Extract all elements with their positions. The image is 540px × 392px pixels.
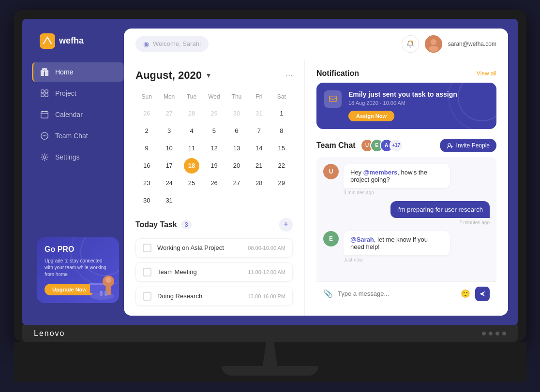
sidebar-item-team-chat[interactable]: Team Chat	[32, 126, 124, 145]
svg-rect-25	[100, 291, 103, 296]
cal-day[interactable]: 5	[206, 123, 222, 139]
task-checkbox-3[interactable]	[143, 292, 151, 301]
svg-point-15	[43, 135, 44, 136]
home-label: Home	[55, 68, 73, 76]
bell-button[interactable]	[402, 35, 419, 53]
sidebar-item-project[interactable]: Project	[32, 84, 124, 103]
sidebar-item-calendar[interactable]: Calendar	[32, 105, 124, 124]
task-checkbox-2[interactable]	[143, 268, 151, 276]
cal-day[interactable]: 21	[251, 158, 267, 174]
day-tue: Tue	[180, 91, 203, 102]
cal-day[interactable]: 11	[184, 141, 199, 156]
chat-bubble-2: I'm preparing for user research	[390, 201, 490, 218]
chat-bubble-1-wrap: Hey @members, how's the project going? 3…	[344, 164, 450, 195]
monitor-wrapper: wefha Home	[14, 10, 526, 382]
chat-message-2: I'm preparing for user research 2 minute…	[323, 201, 490, 225]
cal-day[interactable]: 16	[139, 158, 154, 174]
sidebar-item-home[interactable]: Home	[32, 62, 124, 82]
stand-wrap	[14, 342, 526, 382]
send-button[interactable]	[475, 287, 490, 301]
cal-day[interactable]: 27	[229, 175, 244, 191]
calendar-more-icon[interactable]: ···	[285, 70, 293, 80]
team-chat-nav-label: Team Chat	[55, 132, 88, 140]
task-checkbox-1[interactable]	[143, 244, 151, 252]
sidebar-item-settings[interactable]: Settings	[32, 147, 124, 167]
day-fri: Fri	[248, 91, 270, 102]
cal-day[interactable]: 26	[206, 175, 222, 191]
svg-point-23	[105, 277, 111, 283]
team-chat-title: Team Chat	[316, 141, 356, 150]
cal-day[interactable]: 29	[206, 106, 222, 121]
cal-day[interactable]: 27	[162, 106, 177, 121]
cal-day[interactable]: 22	[274, 158, 289, 174]
cal-day[interactable]: 20	[229, 158, 244, 174]
cal-day[interactable]: 25	[184, 175, 199, 191]
chat-bubble-3-wrap: @Sarah, let me know if you need help! Ju…	[344, 231, 450, 262]
svg-rect-10	[41, 111, 48, 118]
cal-day[interactable]: 30	[229, 106, 244, 121]
user-email: sarah@wefha.com	[448, 41, 496, 47]
user-avatar-img	[425, 35, 442, 53]
cal-day[interactable]: 28	[184, 106, 199, 121]
task-item-1: Working on Asla Project 08.00-10.00 AM	[135, 238, 293, 258]
assign-now-button[interactable]: Assign Now	[348, 111, 394, 121]
welcome-area: ◉ Welcome, Sarah!	[135, 36, 209, 52]
chat-message-3: E @Sarah, let me know if you need help! …	[323, 231, 490, 262]
invite-people-button[interactable]: Invite People	[440, 139, 496, 152]
task-time-2: 11.00-12.00 AM	[248, 269, 285, 275]
invite-icon	[447, 142, 453, 149]
cal-day[interactable]: 24	[162, 175, 177, 191]
cal-day[interactable]: 30	[139, 193, 154, 208]
day-thu: Thu	[225, 91, 248, 102]
topbar-right: sarah@wefha.com	[402, 35, 496, 53]
today-task-title: Today Task 3	[135, 220, 192, 229]
cal-day[interactable]: 31	[162, 193, 177, 208]
task-time-3: 13.00-16.00 PM	[248, 293, 285, 299]
cal-day[interactable]: 29	[274, 175, 289, 191]
cal-day[interactable]: 3	[162, 123, 177, 139]
cal-day[interactable]: 2	[139, 123, 154, 139]
cal-day[interactable]: 7	[251, 123, 267, 139]
attach-icon[interactable]: 📎	[323, 289, 333, 298]
main-content: ◉ Welcome, Sarah!	[124, 29, 508, 316]
cal-day[interactable]: 23	[139, 175, 154, 191]
svg-rect-6	[41, 89, 44, 92]
chat-time-2: 2 minutes ago	[390, 220, 490, 225]
cal-day[interactable]: 19	[206, 158, 222, 174]
stand-base	[222, 366, 318, 376]
notif-icon	[324, 90, 342, 108]
calendar-label: Calendar	[55, 111, 83, 118]
cal-day[interactable]: 1	[274, 106, 289, 121]
task-name-2: Team Meeting	[157, 268, 242, 276]
monitor-outer: wefha Home	[14, 10, 526, 342]
cal-day[interactable]: 26	[139, 106, 154, 121]
calendar-dropdown-icon[interactable]: ▾	[207, 71, 210, 80]
stand-neck-svg	[251, 342, 289, 366]
cal-day[interactable]: 6	[229, 123, 244, 139]
notification-title: Notification	[316, 69, 359, 78]
view-all-link[interactable]: View all	[477, 70, 496, 77]
avatar[interactable]	[425, 35, 442, 53]
cal-day[interactable]: 8	[274, 123, 289, 139]
cal-day[interactable]: 12	[206, 141, 222, 156]
send-icon	[479, 290, 486, 297]
chat-avatar-3: E	[323, 231, 339, 247]
cal-day[interactable]: 10	[162, 141, 177, 156]
cal-day[interactable]: 15	[274, 141, 289, 156]
cal-day[interactable]: 14	[251, 141, 267, 156]
cal-day[interactable]: 28	[251, 175, 267, 191]
emoji-icon[interactable]: 🙂	[461, 289, 470, 298]
svg-rect-31	[330, 96, 336, 102]
chat-input[interactable]	[338, 290, 456, 297]
monitor-brand: Lenovo	[34, 329, 65, 338]
calendar-section: August, 2020 ▾ ··· Sun Mon Tue Wed	[124, 59, 305, 316]
chat-box: U Hey @members, how's the project going?…	[316, 157, 496, 306]
chat-messages: U Hey @members, how's the project going?…	[316, 157, 496, 281]
cal-day[interactable]: 4	[184, 123, 199, 139]
add-task-button[interactable]: +	[279, 218, 293, 232]
cal-day[interactable]: 13	[229, 141, 244, 156]
cal-day[interactable]: 17	[162, 158, 177, 174]
cal-day-today[interactable]: 18	[184, 158, 199, 174]
cal-day[interactable]: 9	[139, 141, 154, 156]
cal-day[interactable]: 31	[251, 106, 267, 121]
